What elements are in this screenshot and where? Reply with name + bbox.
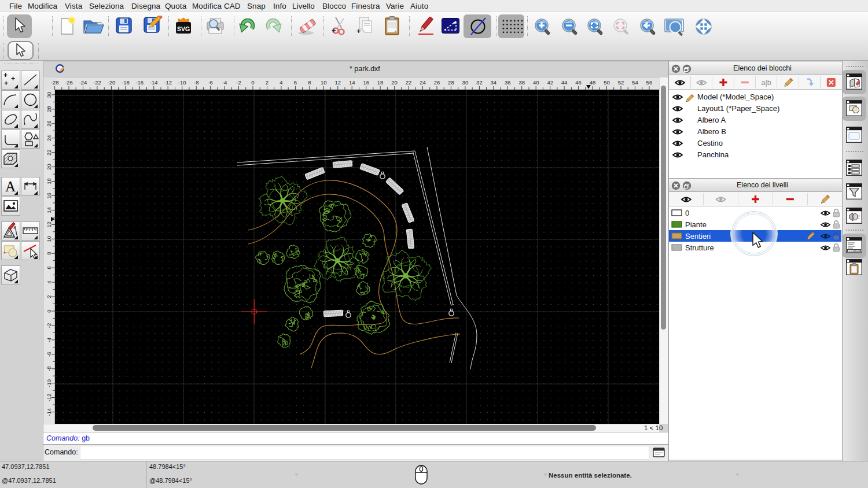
svg-text:-6: -6 — [46, 352, 52, 357]
svg-text:0: 0 — [46, 309, 52, 312]
svg-text:6: 6 — [46, 267, 52, 269]
svg-text:-14: -14 — [46, 408, 52, 416]
svg-text:a|b: a|b — [762, 79, 771, 87]
svg-text:20: 20 — [46, 164, 52, 170]
svg-text:28: 28 — [46, 106, 52, 113]
svg-text:-8: -8 — [46, 367, 52, 371]
svg-text:12: 12 — [46, 221, 52, 228]
svg-text:2: 2 — [46, 295, 52, 298]
svg-text:24: 24 — [46, 135, 52, 141]
svg-text:-10: -10 — [46, 379, 52, 387]
svg-text:22: 22 — [46, 149, 52, 156]
svg-text:8: 8 — [46, 252, 52, 255]
svg-text:-12: -12 — [46, 394, 52, 402]
svg-text:10: 10 — [46, 236, 52, 242]
svg-text:26: 26 — [46, 121, 52, 127]
svg-text:> command: > command — [849, 250, 860, 252]
svg-text:-2: -2 — [46, 323, 52, 328]
svg-text:4: 4 — [46, 280, 52, 283]
svg-text:-4: -4 — [46, 338, 52, 342]
